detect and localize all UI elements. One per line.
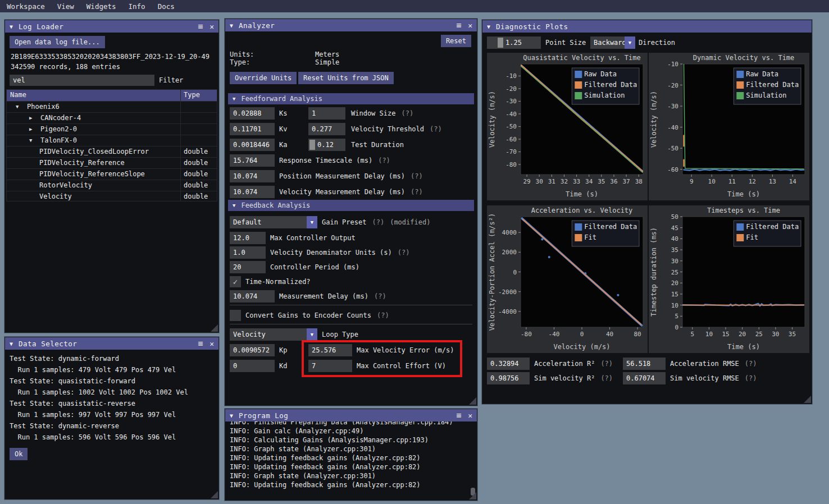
gain-preset-combo[interactable]: Default ▼ <box>230 216 317 228</box>
help-icon[interactable]: (?) <box>411 188 423 196</box>
direction-combo[interactable]: Backward ▼ <box>590 36 635 49</box>
program-log-titlebar[interactable]: ▼ Program Log ≡ ✕ <box>225 409 477 421</box>
tree-expand-icon[interactable]: ▶ <box>29 126 32 132</box>
window-menu-icon[interactable]: ≡ <box>198 340 203 348</box>
window-menu-icon[interactable]: ≡ <box>456 411 461 420</box>
slider-grab[interactable] <box>498 38 503 48</box>
position-delay-input[interactable]: 10.074 <box>230 170 275 182</box>
feedback-section-header[interactable]: ▼ Feedback Analysis <box>228 200 474 211</box>
reset-button[interactable]: Reset <box>441 35 471 47</box>
table-row[interactable]: ▶Pigeon2-0 <box>7 123 217 135</box>
collapse-icon[interactable]: ▼ <box>230 413 233 419</box>
help-icon[interactable]: (?) <box>401 109 413 117</box>
acceleration-r2-input[interactable]: 0.32894 <box>487 358 530 370</box>
tree-expand-icon[interactable]: ▶ <box>29 115 32 121</box>
collapse-icon[interactable]: ▼ <box>10 24 13 30</box>
reset-units-button[interactable]: Reset Units from JSON <box>298 72 394 84</box>
plot-quasistatic-velocity[interactable]: Quasistatic Velocity vs. Time-80-70-60-5… <box>487 53 648 200</box>
kp-input[interactable]: 0.0090572 <box>230 344 275 356</box>
collapse-icon[interactable]: ▼ <box>230 22 233 29</box>
table-row[interactable]: PIDVelocity_Referencedouble <box>7 157 217 168</box>
help-icon[interactable]: (?) <box>372 218 384 226</box>
controller-period-input[interactable]: 20 <box>230 261 266 273</box>
plot-acceleration-velocity[interactable]: Acceleration vs. Velocity-4000-200002000… <box>487 205 648 353</box>
table-row[interactable]: ▼TalonFX-0 <box>7 135 217 146</box>
table-row[interactable]: ▼Phoenix6 <box>7 101 217 112</box>
measurement-delay-input[interactable]: 10.074 <box>230 290 275 303</box>
table-row[interactable]: PIDVelocity_ClosedLoopErrordouble <box>7 146 217 157</box>
help-icon[interactable]: (?) <box>430 125 442 133</box>
resize-grip[interactable] <box>211 324 218 332</box>
close-icon[interactable]: ✕ <box>468 412 472 419</box>
filter-input[interactable]: vel <box>10 75 154 86</box>
help-icon[interactable]: (?) <box>600 360 613 368</box>
convert-gains-checkbox[interactable] <box>230 310 241 321</box>
ok-button[interactable]: Ok <box>10 448 28 460</box>
tree-collapse-icon[interactable]: ▼ <box>29 138 32 143</box>
override-units-button[interactable]: Override Units <box>230 72 297 84</box>
tree-collapse-icon[interactable]: ▼ <box>16 104 19 109</box>
max-velocity-error-input[interactable]: 25.576 <box>308 344 352 356</box>
plot-timesteps-time[interactable]: Timesteps vs. Time0510152025303540455051… <box>649 205 809 353</box>
dropdown-arrow-icon[interactable]: ▼ <box>307 216 317 228</box>
resize-grip[interactable] <box>469 397 476 405</box>
max-control-effort-input[interactable]: 7 <box>308 360 352 372</box>
collapse-icon[interactable]: ▼ <box>10 341 13 347</box>
help-icon[interactable]: (?) <box>398 249 410 256</box>
test-duration-slider[interactable]: 0.12 <box>308 139 345 151</box>
table-row[interactable]: PIDVelocity_ReferenceSlopedouble <box>7 168 217 180</box>
signal-table-header[interactable]: Name Type <box>7 90 217 101</box>
velocity-denominator-input[interactable]: 1.0 <box>230 246 266 259</box>
max-controller-output-input[interactable]: 12.0 <box>230 232 266 244</box>
dropdown-arrow-icon[interactable]: ▼ <box>307 328 317 341</box>
menu-item-widgets[interactable]: Widgets <box>86 2 116 11</box>
help-icon[interactable]: (?) <box>600 374 613 382</box>
sim-velocity-rmse-input[interactable]: 0.67074 <box>623 372 666 384</box>
feedforward-section-header[interactable]: ▼ Feedforward Analysis <box>228 93 474 104</box>
help-icon[interactable]: (?) <box>411 172 423 180</box>
window-size-input[interactable]: 1 <box>308 107 345 120</box>
close-icon[interactable]: ✕ <box>468 22 472 29</box>
signal-type: double <box>184 170 208 178</box>
resize-grip[interactable] <box>804 396 811 403</box>
log-loader-titlebar[interactable]: ▼ Log Loader ≡ ✕ <box>5 20 218 33</box>
dropdown-arrow-icon[interactable]: ▼ <box>625 36 635 49</box>
analyzer-titlebar[interactable]: ▼ Analyzer ≡ ✕ <box>225 19 477 31</box>
kv-input[interactable]: 0.11701 <box>230 123 275 135</box>
menu-item-docs[interactable]: Docs <box>158 2 175 11</box>
time-normalized-checkbox[interactable]: ✓ <box>230 276 241 287</box>
ks-input[interactable]: 0.02888 <box>230 107 275 120</box>
resize-grip[interactable] <box>211 491 218 498</box>
collapse-icon[interactable]: ▼ <box>487 24 490 30</box>
data-selector-titlebar[interactable]: ▼ Data Selector ≡ ✕ <box>5 337 218 350</box>
close-icon[interactable]: ✕ <box>209 340 214 347</box>
menu-item-info[interactable]: Info <box>129 2 145 11</box>
window-menu-icon[interactable]: ≡ <box>456 21 461 30</box>
table-row[interactable]: RotorVelocitydouble <box>7 180 217 191</box>
table-row[interactable]: Velocitydouble <box>7 191 217 202</box>
table-row[interactable]: ▶CANcoder-4 <box>7 112 217 123</box>
menu-item-view[interactable]: View <box>57 2 74 11</box>
acceleration-rmse-input[interactable]: 56.518 <box>623 358 666 370</box>
help-icon[interactable]: (?) <box>745 360 757 368</box>
kd-input[interactable]: 0 <box>230 360 275 372</box>
slider-grab[interactable] <box>309 140 315 150</box>
menu-item-workspace[interactable]: Workspace <box>7 2 45 11</box>
open-log-file-button[interactable]: Open data log file... <box>10 36 105 48</box>
velocity-delay-input[interactable]: 10.074 <box>230 186 275 198</box>
response-timescale-input[interactable]: 15.764 <box>230 154 275 167</box>
close-icon[interactable]: ✕ <box>209 23 214 30</box>
sim-velocity-r2-input[interactable]: 0.98756 <box>487 372 530 384</box>
help-icon[interactable]: (?) <box>374 292 386 300</box>
diagnostic-plots-titlebar[interactable]: ▼ Diagnostic Plots <box>482 20 812 33</box>
help-icon[interactable]: (?) <box>377 311 389 319</box>
point-size-slider[interactable]: 1.25 <box>487 36 541 49</box>
help-icon[interactable]: (?) <box>378 157 390 164</box>
loop-type-combo[interactable]: Velocity ▼ <box>230 328 317 341</box>
resize-grip[interactable] <box>469 492 476 500</box>
window-menu-icon[interactable]: ≡ <box>198 22 203 31</box>
help-icon[interactable]: (?) <box>745 374 757 382</box>
ka-input[interactable]: 0.0018446 <box>230 139 275 151</box>
plot-dynamic-velocity[interactable]: Dynamic Velocity vs. Time-60-50-40-30-20… <box>649 53 809 200</box>
velocity-threshold-input[interactable]: 0.277 <box>308 123 345 135</box>
